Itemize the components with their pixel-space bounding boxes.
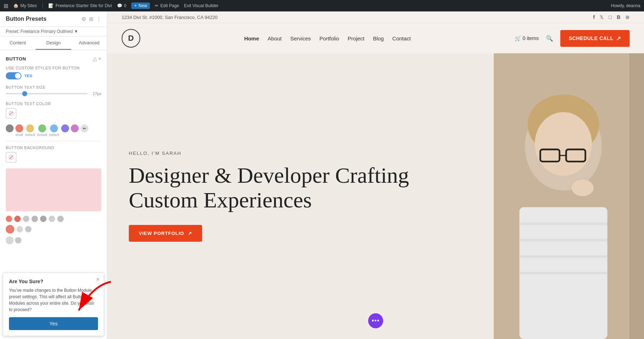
swatch-yellow[interactable] xyxy=(26,124,34,132)
comments-link[interactable]: 💬 0 xyxy=(117,3,127,8)
color-circles-row-1 xyxy=(6,216,101,222)
tab-design[interactable]: Design xyxy=(36,36,72,50)
swatch-group-pen: ✏ xyxy=(80,124,88,137)
hero-left: HELLO, I'M SARAH Designer & Developer Cr… xyxy=(107,53,494,339)
instagram-icon[interactable]: □ xyxy=(609,14,611,20)
hero-section: HELLO, I'M SARAH Designer & Developer Cr… xyxy=(107,53,644,339)
button-bg-picker[interactable] xyxy=(6,152,16,163)
facebook-icon[interactable]: f xyxy=(593,14,595,20)
my-sites-link[interactable]: 🏠 My Sites xyxy=(13,3,37,8)
text-size-field: Button Text Size 17px xyxy=(6,85,101,96)
text-size-slider-track[interactable] xyxy=(6,93,88,94)
nav-link-services[interactable]: Services xyxy=(290,35,311,41)
are-you-sure-dialog: Are You Sure? × You've made changes to t… xyxy=(3,272,104,336)
new-button[interactable]: + New xyxy=(131,3,150,9)
circle-gray-4[interactable] xyxy=(49,216,55,222)
panel-header-icons: ⚙ ⊞ ⋮ xyxy=(82,16,101,22)
button-bg-color-row xyxy=(6,152,101,163)
comment-icon: 💬 xyxy=(117,3,122,8)
nav-link-project[interactable]: Project xyxy=(348,35,365,41)
swatch-group-yellow: Default xyxy=(25,124,35,137)
circle-red-2[interactable] xyxy=(14,216,21,222)
nav-cart[interactable]: 🛒 0 items xyxy=(515,35,539,41)
cart-icon: 🛒 xyxy=(515,35,521,41)
schedule-btn-arrow-icon: ↗ xyxy=(616,35,621,42)
button-bg-field: Button Background xyxy=(6,146,101,163)
circle-red[interactable] xyxy=(6,216,12,222)
toggle-yes-label: YES xyxy=(24,74,32,78)
text-color-row xyxy=(6,108,101,119)
text-size-slider-thumb[interactable] xyxy=(22,91,27,96)
grid-icon[interactable]: ⊞ xyxy=(89,16,93,22)
circle-light-2[interactable] xyxy=(25,226,31,232)
admin-bar-right: Howdy, deanna xyxy=(611,3,641,8)
text-color-label: Button Text Color xyxy=(6,102,101,106)
nav-link-about[interactable]: About xyxy=(268,35,282,41)
nav-link-home[interactable]: Home xyxy=(244,35,259,41)
main-content: 1234 Divi St. #1000, San Francisco, CA 9… xyxy=(107,11,644,339)
swatch-group-gray xyxy=(6,124,14,137)
swatch-group-green: Default xyxy=(37,124,48,137)
button-bg-label: Button Background xyxy=(6,146,101,150)
hero-eyebrow: HELLO, I'M SARAH xyxy=(129,151,472,156)
dialog-close-icon[interactable]: × xyxy=(96,276,99,283)
swatch-blue-light[interactable] xyxy=(50,124,58,132)
circle-gray-5[interactable] xyxy=(57,216,64,222)
circle-light-1[interactable] xyxy=(16,226,23,232)
nav-right: 🛒 0 items 🔍 SCHEDULE CALL ↗ xyxy=(515,30,630,47)
home-icon: 🏠 xyxy=(13,3,19,8)
tab-content[interactable]: Content xyxy=(0,36,36,50)
section-close-icon[interactable]: △ × xyxy=(93,56,101,62)
dialog-title: Are You Sure? xyxy=(9,279,98,284)
swatch-gray[interactable] xyxy=(6,124,14,132)
swatch-red[interactable] xyxy=(15,124,23,132)
site-header: 1234 Divi St. #1000, San Francisco, CA 9… xyxy=(107,11,644,53)
svg-line-1 xyxy=(10,112,13,115)
hero-right xyxy=(494,53,644,339)
custom-styles-toggle[interactable] xyxy=(6,72,21,79)
swatch-pink[interactable] xyxy=(71,124,79,132)
schedule-call-button[interactable]: SCHEDULE CALL ↗ xyxy=(560,30,630,47)
wp-icon[interactable]: ⊞ xyxy=(4,3,8,9)
text-color-picker[interactable] xyxy=(6,108,16,119)
circle-large-red[interactable] xyxy=(6,225,14,234)
swatch-group-purple xyxy=(61,124,69,137)
floating-dots-button[interactable]: ••• xyxy=(368,313,383,328)
site-logo[interactable]: D xyxy=(122,29,140,48)
custom-styles-label: Use Custom Styles For Button xyxy=(6,66,101,70)
circle-gray-2[interactable] xyxy=(31,216,38,222)
mini-circle-1[interactable] xyxy=(6,236,14,244)
swatch-purple[interactable] xyxy=(61,124,69,132)
nav-link-blog[interactable]: Blog xyxy=(373,35,384,41)
nav-link-contact[interactable]: Contact xyxy=(392,35,411,41)
tab-advanced[interactable]: Advanced xyxy=(71,36,107,50)
text-size-slider-row: 17px xyxy=(6,92,101,96)
swatch-green[interactable] xyxy=(38,124,46,132)
swatch-pen[interactable]: ✏ xyxy=(80,124,88,132)
mini-circle-2[interactable] xyxy=(15,237,21,244)
circle-gray-1[interactable] xyxy=(23,216,29,222)
dialog-yes-button[interactable]: Yes xyxy=(9,317,98,330)
site-link[interactable]: 📝 Freelance Starter Site for Divi xyxy=(48,3,112,8)
text-size-label: Button Text Size xyxy=(6,85,101,89)
hero-btn-arrow-icon: ↗ xyxy=(188,231,192,236)
svg-point-9 xyxy=(535,112,592,176)
nav-link-portfolio[interactable]: Portfolio xyxy=(319,35,339,41)
search-icon[interactable]: 🔍 xyxy=(546,35,553,42)
nav-links: Home About Services Portfolio Project Bl… xyxy=(244,35,411,41)
edit-page-link[interactable]: ✏ Edit Page xyxy=(155,3,179,8)
circle-gray-3[interactable] xyxy=(40,216,47,222)
more-icon[interactable]: ⋮ xyxy=(96,16,101,22)
button-section-title: BUTTON xyxy=(6,56,26,62)
dribbble-icon[interactable]: ⊛ xyxy=(625,14,630,20)
panel-tabs: Content Design Advanced xyxy=(0,36,107,50)
panel-subtitle[interactable]: Preset: Freelance Primary Outlined ▼ xyxy=(0,27,107,36)
site-nav: D Home About Services Portfolio Project … xyxy=(107,23,644,53)
toggle-row: YES xyxy=(6,72,101,79)
twitter-icon[interactable]: 𝕏 xyxy=(600,14,604,20)
view-portfolio-button[interactable]: VIEW PORTFOLIO ↗ xyxy=(129,225,202,242)
panel-title: Button Presets xyxy=(6,16,47,22)
settings-icon[interactable]: ⚙ xyxy=(82,16,86,22)
exit-visual-builder-link[interactable]: Exit Visual Builder xyxy=(184,3,219,8)
behance-icon[interactable]: B xyxy=(617,14,620,20)
